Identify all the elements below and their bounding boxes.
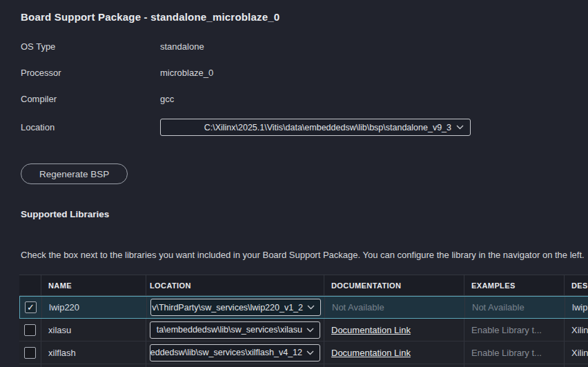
field-os-type: OS Type standalone <box>21 40 588 52</box>
xilasu-description: Xilinx <box>565 319 588 341</box>
xilasu-checkbox-cell <box>19 319 41 341</box>
xilflash-checkbox[interactable] <box>24 347 36 359</box>
field-location: Location C:\Xilinx\2025.1\Vitis\data\emb… <box>21 119 588 136</box>
location-dropdown-value: C:\Xilinx\2025.1\Vitis\data\embeddedsw\l… <box>204 123 451 132</box>
location-dropdown[interactable]: C:\Xilinx\2025.1\Vitis\data\embeddedsw\l… <box>160 119 471 136</box>
field-processor: Processor microblaze_0 <box>21 66 588 79</box>
table-row-xilloader[interactable]: xilloader ddedsw\lib\sw_services\xilload… <box>19 364 588 367</box>
examples-not-available: Not Available <box>472 302 525 313</box>
xilflash-location-cell: eddedsw\lib\sw_services\xilflash_v4_12 <box>146 341 324 364</box>
xilflash-documentation: Documentation Link <box>324 341 464 364</box>
header-documentation: DOCUMENTATION <box>324 275 464 295</box>
chevron-down-icon <box>307 305 315 310</box>
xilasu-examples: Enable Library t... <box>464 319 565 341</box>
lwip220-location-dropdown[interactable]: v\ThirdParty\sw_services\lwip220_v1_2 <box>150 299 321 316</box>
chevron-down-icon <box>306 328 314 333</box>
lwip220-location-value: v\ThirdParty\sw_services\lwip220_v1_2 <box>152 303 303 313</box>
xilloader-documentation: Documentation Link <box>324 364 464 367</box>
xilasu-location-cell: ta\embeddedsw\lib\sw_services\xilasu <box>146 319 324 341</box>
examples-enable-hint: Enable Library t... <box>471 348 542 358</box>
processor-value: microblaze_0 <box>160 68 213 78</box>
chevron-down-icon <box>456 125 464 130</box>
xilflash-checkbox-cell <box>19 341 41 364</box>
table-header-row: NAME LOCATION DOCUMENTATION EXAMPLES DES… <box>19 275 588 296</box>
lwip220-checkbox-cell: ✓ <box>20 297 42 318</box>
xilasu-documentation: Documentation Link <box>324 319 464 341</box>
table-row-xilasu[interactable]: xilasu ta\embeddedsw\lib\sw_services\xil… <box>19 319 588 341</box>
location-label: Location <box>21 122 160 132</box>
libraries-table: NAME LOCATION DOCUMENTATION EXAMPLES DES… <box>19 275 588 367</box>
documentation-link[interactable]: Documentation Link <box>331 325 411 335</box>
xilflash-location-dropdown[interactable]: eddedsw\lib\sw_services\xilflash_v4_12 <box>150 344 320 361</box>
documentation-link[interactable]: Documentation Link <box>331 348 411 358</box>
xilloader-description: Xilinx <box>565 364 588 367</box>
xilasu-location-dropdown[interactable]: ta\embeddedsw\lib\sw_services\xilasu <box>150 321 320 339</box>
bsp-settings-page: Board Support Package - standalone_micro… <box>0 0 588 367</box>
lwip220-description: lwip220 <box>565 297 588 318</box>
page-title: Board Support Package - standalone_micro… <box>21 11 588 23</box>
os-type-label: OS Type <box>21 41 160 52</box>
libraries-description: Check the box next to the libraries you … <box>21 250 588 260</box>
header-location: LOCATION <box>146 275 324 295</box>
xilloader-name: xilloader <box>41 364 146 367</box>
xilasu-location-value: ta\embeddedsw\lib\sw_services\xilasu <box>157 325 302 335</box>
header-checkbox-column <box>19 275 41 295</box>
regenerate-bsp-button[interactable]: Regenerate BSP <box>21 163 128 184</box>
supported-libraries-heading: Supported Libraries <box>21 209 588 219</box>
compiler-label: Compiler <box>21 94 160 104</box>
lwip220-name: lwip220 <box>42 297 147 318</box>
xilflash-examples: Enable Library t... <box>464 341 565 364</box>
table-row-xilflash[interactable]: xilflash eddedsw\lib\sw_services\xilflas… <box>19 341 588 364</box>
xilloader-location-cell: ddedsw\lib\sw_services\xilloader_v2_2 <box>146 364 324 367</box>
lwip220-location-cell: v\ThirdParty\sw_services\lwip220_v1_2 <box>147 297 325 318</box>
documentation-not-available: Not Available <box>332 302 384 313</box>
header-description: DESCRIPTION <box>565 275 588 295</box>
xilloader-checkbox-cell <box>19 364 41 367</box>
field-compiler: Compiler gcc <box>21 92 588 105</box>
header-examples: EXAMPLES <box>464 275 565 295</box>
xilflash-name: xilflash <box>41 341 146 364</box>
table-row-lwip220[interactable]: ✓ lwip220 v\ThirdParty\sw_services\lwip2… <box>19 296 588 319</box>
lwip220-checkbox[interactable]: ✓ <box>25 301 37 313</box>
compiler-value: gcc <box>160 94 174 104</box>
xilflash-location-value: eddedsw\lib\sw_services\xilflash_v4_12 <box>150 348 302 357</box>
header-name: NAME <box>41 275 146 295</box>
lwip220-examples: Not Available <box>465 297 565 318</box>
xilloader-examples: Enable Library t... <box>464 364 565 367</box>
xilflash-description: Xilinx <box>565 341 588 364</box>
xilasu-name: xilasu <box>41 319 146 341</box>
examples-enable-hint: Enable Library t... <box>471 325 542 335</box>
processor-label: Processor <box>21 68 160 78</box>
xilasu-checkbox[interactable] <box>24 324 36 336</box>
lwip220-documentation: Not Available <box>325 297 465 318</box>
chevron-down-icon <box>306 350 314 355</box>
os-type-value: standalone <box>160 41 204 52</box>
